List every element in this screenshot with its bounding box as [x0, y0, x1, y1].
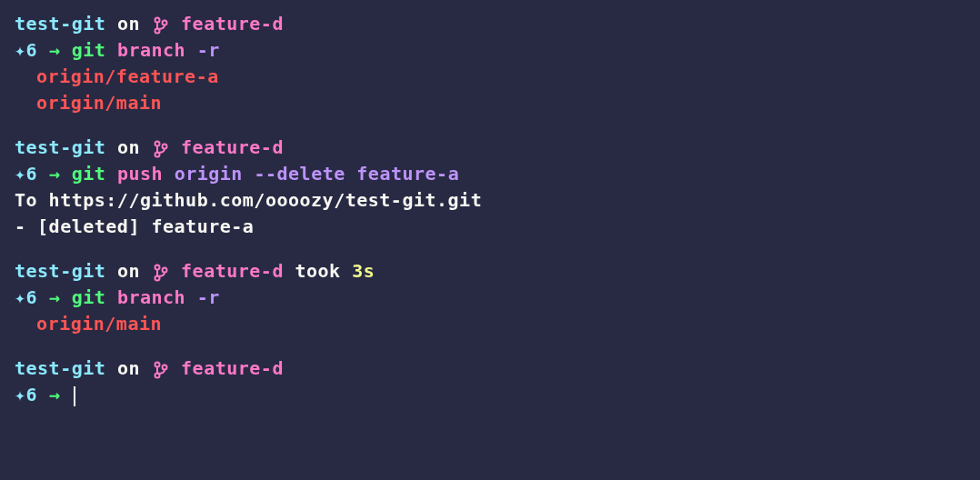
commit-count: ✦6	[15, 163, 37, 185]
git-branch-icon	[154, 139, 168, 159]
command-sub: branch	[117, 286, 185, 308]
cursor	[74, 386, 75, 406]
command-git: git	[72, 286, 106, 308]
command-block: test-git on feature-d ✦6 → git branch -r…	[15, 11, 965, 116]
command-flag: -r	[197, 39, 220, 61]
repo-name: test-git	[15, 357, 105, 379]
prompt-arrow: →	[49, 163, 61, 185]
command-flag: --delete	[254, 163, 345, 185]
svg-point-0	[155, 17, 159, 22]
prompt-line: test-git on feature-d took 3s	[15, 258, 965, 285]
branch-name: feature-d	[181, 13, 284, 35]
command-sub: push	[117, 163, 163, 185]
git-branch-icon	[154, 360, 168, 380]
repo-name: test-git	[15, 13, 105, 35]
took-label: took	[295, 260, 340, 282]
command-line[interactable]: ✦6 →	[15, 382, 965, 408]
output-line: origin/main	[15, 311, 965, 337]
commit-count: ✦6	[15, 286, 37, 308]
svg-point-2	[162, 20, 166, 25]
command-git: git	[72, 39, 106, 61]
command-line: ✦6 → git branch -r	[15, 285, 965, 311]
branch-name: feature-d	[181, 136, 284, 158]
svg-point-11	[162, 365, 166, 369]
prompt-line: test-git on feature-d	[15, 135, 965, 161]
svg-point-8	[162, 267, 166, 272]
took-time: 3s	[352, 260, 375, 282]
output-line: origin/feature-a	[15, 64, 965, 90]
command-line: ✦6 → git branch -r	[15, 37, 965, 64]
output-line: origin/main	[15, 90, 965, 116]
branch-name: feature-d	[181, 357, 284, 379]
on-label: on	[117, 136, 140, 158]
on-label: on	[117, 13, 140, 35]
prompt-line: test-git on feature-d	[15, 11, 965, 37]
on-label: on	[117, 357, 140, 379]
svg-point-6	[155, 265, 159, 269]
terminal[interactable]: test-git on feature-d ✦6 → git branch -r…	[15, 11, 965, 408]
repo-name: test-git	[15, 260, 105, 282]
svg-point-9	[155, 362, 159, 366]
commit-count: ✦6	[15, 384, 37, 405]
prompt-arrow: →	[49, 39, 61, 61]
commit-count: ✦6	[15, 39, 37, 61]
git-branch-icon	[154, 15, 168, 35]
repo-name: test-git	[15, 136, 105, 158]
command-block: test-git on feature-d ✦6 →	[15, 355, 965, 408]
branch-name: feature-d	[181, 260, 284, 282]
prompt-line: test-git on feature-d	[15, 355, 965, 382]
command-flag: -r	[197, 286, 220, 308]
git-branch-icon	[154, 263, 168, 283]
prompt-arrow: →	[49, 384, 61, 405]
prompt-arrow: →	[49, 286, 61, 308]
command-block: test-git on feature-d ✦6 → git push orig…	[15, 135, 965, 240]
output-line: - [deleted] feature-a	[15, 214, 965, 240]
command-arg: origin	[175, 163, 243, 185]
command-sub: branch	[117, 39, 185, 61]
svg-point-5	[162, 144, 166, 148]
command-arg: feature-a	[356, 163, 459, 185]
command-git: git	[72, 163, 106, 185]
svg-point-3	[155, 141, 159, 145]
output-line: To https://github.com/oooozy/test-git.gi…	[15, 187, 965, 214]
command-line: ✦6 → git push origin --delete feature-a	[15, 161, 965, 187]
command-block: test-git on feature-d took 3s ✦6 → git b…	[15, 258, 965, 337]
on-label: on	[117, 260, 140, 282]
